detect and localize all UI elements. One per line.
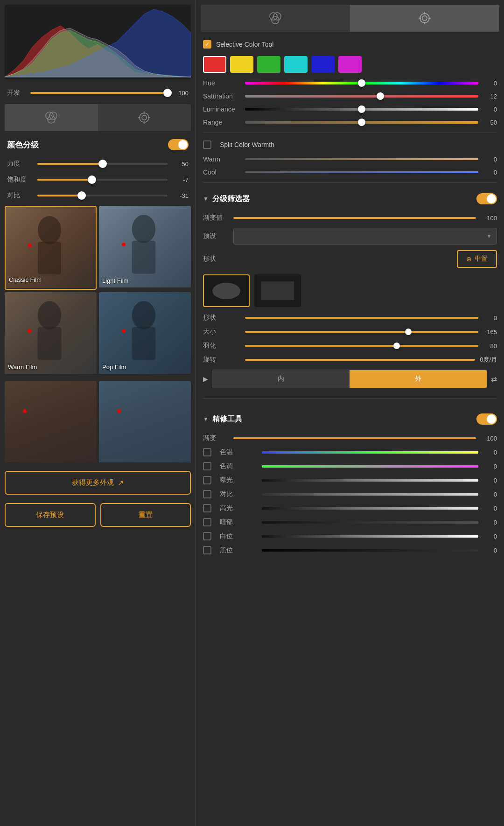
color-temp-checkbox[interactable] xyxy=(203,448,211,456)
warm-slider[interactable] xyxy=(245,158,478,160)
warm-value: 0 xyxy=(483,156,497,163)
swatch-magenta[interactable] xyxy=(338,56,362,73)
blacks-row: 黑位 0 xyxy=(196,543,504,557)
split-color-checkbox[interactable] xyxy=(203,140,211,149)
size-slider[interactable] xyxy=(245,331,478,333)
swatch-blue[interactable] xyxy=(311,56,335,73)
play-icon[interactable]: ▶ xyxy=(203,375,208,383)
contrast-label-right: 对比 xyxy=(220,490,257,498)
intensity-label: 力度 xyxy=(7,160,33,168)
shape-btn-label: 中置 xyxy=(475,255,488,263)
check-icon: ✓ xyxy=(205,41,210,48)
preset-5[interactable] xyxy=(5,381,97,465)
rotate-slider[interactable] xyxy=(245,359,475,361)
shadows-label: 暗部 xyxy=(220,518,257,526)
shape-slider-row: 形状 0 xyxy=(196,311,504,325)
blacks-label: 黑位 xyxy=(220,546,257,554)
cool-slider[interactable] xyxy=(245,171,478,173)
contrast-label: 对比 xyxy=(7,191,33,200)
shape-row: 形状 ⊕ 中置 xyxy=(196,247,504,271)
svg-point-25 xyxy=(420,14,429,23)
color-temp-slider[interactable] xyxy=(262,451,478,454)
shadows-slider[interactable] xyxy=(262,521,478,524)
grade-filter-toggle[interactable] xyxy=(476,193,497,204)
warm-label: Warm xyxy=(203,155,240,163)
swatch-cyan[interactable] xyxy=(284,56,308,73)
refine-toggle[interactable] xyxy=(476,413,497,425)
feather-slider[interactable] xyxy=(245,345,478,347)
shape-preview-oval-selected[interactable] xyxy=(203,274,250,307)
preset-dropdown[interactable]: ▼ xyxy=(233,228,497,245)
exposure-slider-right[interactable] xyxy=(262,479,478,482)
preset-6[interactable] xyxy=(99,381,191,465)
shape-previews xyxy=(196,271,504,311)
swatch-yellow[interactable] xyxy=(230,56,253,73)
swap-icon[interactable]: ⇄ xyxy=(491,375,497,384)
whites-checkbox[interactable] xyxy=(203,532,211,540)
gradient-val-slider[interactable] xyxy=(233,217,476,219)
saturation-slider-right[interactable] xyxy=(245,95,478,98)
color-swatches xyxy=(196,52,504,77)
range-slider[interactable] xyxy=(245,121,478,124)
preset-light-film[interactable]: Light Film xyxy=(99,206,191,290)
more-looks-button[interactable]: 获得更多外观 ↗ xyxy=(5,471,191,495)
exposure-slider-track[interactable] xyxy=(30,92,168,94)
luminance-slider[interactable] xyxy=(245,108,478,111)
swatch-red[interactable] xyxy=(203,56,226,73)
color-tint-slider[interactable] xyxy=(262,465,478,468)
refine-gradient-label: 渐变 xyxy=(203,434,229,442)
exposure-checkbox[interactable] xyxy=(203,476,211,484)
tab-target-right[interactable] xyxy=(350,5,499,32)
highlights-slider[interactable] xyxy=(262,507,478,510)
reset-button[interactable]: 重置 xyxy=(100,503,191,527)
blacks-checkbox[interactable] xyxy=(203,546,211,554)
hue-label: Hue xyxy=(203,79,240,87)
contrast-slider-right[interactable] xyxy=(262,493,478,496)
saturation-label-right: Saturation xyxy=(203,92,240,100)
refine-gradient-slider[interactable] xyxy=(233,437,476,439)
whites-value: 0 xyxy=(483,533,497,540)
contrast-row-right: 对比 0 xyxy=(196,487,504,501)
contrast-checkbox[interactable] xyxy=(203,490,211,498)
shape-slider[interactable] xyxy=(245,317,478,319)
grade-filter-header: ▼ 分级筛选器 xyxy=(196,187,504,211)
tab-color-wheel-right[interactable] xyxy=(201,5,350,32)
saturation-row: 饱和度 -7 xyxy=(0,172,196,188)
shape-preview-rect[interactable] xyxy=(254,274,301,307)
color-tint-checkbox[interactable] xyxy=(203,462,211,470)
preset-pop-film[interactable]: Pop Film xyxy=(99,292,191,376)
blacks-slider[interactable] xyxy=(262,549,478,552)
outer-tab[interactable]: 外 xyxy=(350,370,487,388)
contrast-slider[interactable] xyxy=(37,195,168,196)
saturation-row-right: Saturation 12 xyxy=(196,90,504,103)
whites-label: 白位 xyxy=(220,532,257,540)
save-preset-button[interactable]: 保存预设 xyxy=(5,503,96,527)
exposure-value-right: 0 xyxy=(483,477,497,484)
selective-color-label: Selective Color Tool xyxy=(216,41,273,48)
highlights-checkbox[interactable] xyxy=(203,504,211,512)
preset-label: 预设 xyxy=(203,232,229,240)
shape-slider-label: 形状 xyxy=(203,314,240,322)
feather-value: 80 xyxy=(483,343,497,350)
selective-color-checkbox[interactable]: ✓ xyxy=(203,40,211,49)
color-grading-title: 颜色分级 xyxy=(7,140,39,150)
svg-point-14 xyxy=(132,215,156,243)
inner-tab[interactable]: 内 xyxy=(212,370,350,388)
svg-rect-15 xyxy=(132,241,156,274)
saturation-slider[interactable] xyxy=(37,179,168,181)
tab-color-wheel-left[interactable] xyxy=(5,104,98,131)
color-grading-toggle[interactable] xyxy=(168,139,189,150)
whites-slider[interactable] xyxy=(262,535,478,538)
svg-rect-21 xyxy=(132,327,156,360)
intensity-slider[interactable] xyxy=(37,163,168,165)
swatch-green[interactable] xyxy=(257,56,280,73)
shape-center-button[interactable]: ⊕ 中置 xyxy=(457,250,497,268)
preset-5-preview xyxy=(5,381,97,465)
preset-warm-film[interactable]: Warm Film xyxy=(5,292,97,376)
hue-slider[interactable] xyxy=(245,82,478,84)
color-temp-value: 0 xyxy=(483,449,497,456)
tab-target-left[interactable] xyxy=(98,104,191,131)
preset-classic-film[interactable]: Classic Film xyxy=(5,206,97,290)
pop-film-label: Pop Film xyxy=(101,362,127,372)
shadows-checkbox[interactable] xyxy=(203,518,211,526)
